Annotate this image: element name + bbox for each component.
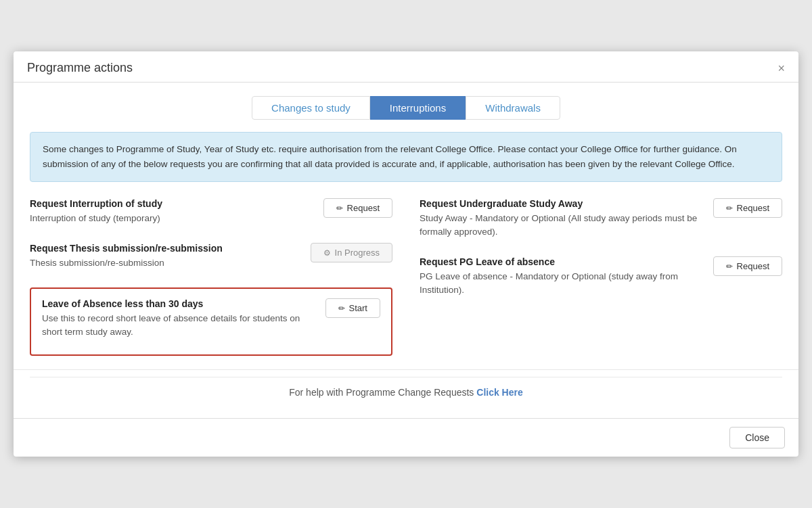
- close-icon[interactable]: ×: [777, 62, 785, 74]
- spinner-icon: [323, 248, 331, 258]
- pg-leave-title: Request PG Leave of absence: [420, 256, 702, 267]
- pg-leave-desc: PG Leave of absence - Mandatory or Optio…: [420, 270, 702, 298]
- tab-interruptions[interactable]: Interruptions: [370, 96, 466, 120]
- section-pg-leave: Request PG Leave of absence PG Leave of …: [420, 256, 782, 303]
- tab-bar: Changes to study Interruptions Withdrawa…: [30, 96, 782, 120]
- click-here-link[interactable]: Click Here: [476, 387, 522, 398]
- interruption-title: Request Interruption of study: [30, 198, 313, 209]
- section-interruption: Request Interruption of study Interrupti…: [30, 198, 392, 231]
- pencil-icon: [336, 203, 343, 213]
- study-away-title: Request Undergraduate Study Away: [420, 198, 702, 209]
- section-leave-highlighted: Leave of Absence less than 30 days Use t…: [30, 287, 392, 356]
- leave-start-button[interactable]: Start: [325, 298, 380, 318]
- divider: [14, 369, 798, 370]
- pg-leave-request-label: Request: [737, 261, 769, 271]
- close-button[interactable]: Close: [729, 427, 785, 448]
- section-study-away: Request Undergraduate Study Away Study A…: [420, 198, 782, 245]
- thesis-inprogress-button: In Progress: [311, 243, 392, 262]
- modal-container: Programme actions × Changes to study Int…: [14, 51, 798, 456]
- tab-withdrawals[interactable]: Withdrawals: [466, 96, 560, 120]
- study-away-request-label: Request: [737, 203, 769, 213]
- interruption-request-button[interactable]: Request: [323, 198, 392, 218]
- left-column: Request Interruption of study Interrupti…: [30, 198, 392, 369]
- pencil-icon-study: [726, 203, 733, 213]
- modal-title: Programme actions: [27, 61, 133, 75]
- leave-title: Leave of Absence less than 30 days: [42, 298, 315, 309]
- thesis-inprogress-label: In Progress: [335, 248, 380, 258]
- leave-desc: Use this to record short leave of absenc…: [42, 312, 315, 340]
- info-box: Some changes to Programme of Study, Year…: [30, 132, 782, 181]
- pencil-icon-start: [338, 303, 345, 313]
- tab-changes[interactable]: Changes to study: [252, 96, 370, 120]
- right-column: Request Undergraduate Study Away Study A…: [420, 198, 782, 369]
- interruption-request-label: Request: [347, 203, 380, 213]
- interruption-desc: Interruption of study (temporary): [30, 212, 313, 225]
- footer-help: For help with Programme Change Requests …: [30, 377, 782, 405]
- help-text: For help with Programme Change Requests: [289, 387, 474, 398]
- content-grid: Request Interruption of study Interrupti…: [30, 198, 782, 369]
- pencil-icon-pg: [726, 261, 733, 271]
- modal-body: Changes to study Interruptions Withdrawa…: [14, 83, 798, 417]
- info-text: Some changes to Programme of Study, Year…: [43, 144, 737, 169]
- modal-footer: Close: [14, 418, 798, 457]
- pg-leave-request-button[interactable]: Request: [713, 256, 782, 276]
- modal-header: Programme actions ×: [14, 51, 798, 83]
- thesis-desc: Thesis submission/re-submission: [30, 256, 300, 270]
- leave-start-label: Start: [349, 303, 367, 313]
- thesis-title: Request Thesis submission/re-submission: [30, 243, 300, 254]
- study-away-desc: Study Away - Mandatory or Optional (All …: [420, 212, 702, 239]
- study-away-request-button[interactable]: Request: [713, 198, 782, 218]
- section-thesis: Request Thesis submission/re-submission …: [30, 243, 392, 275]
